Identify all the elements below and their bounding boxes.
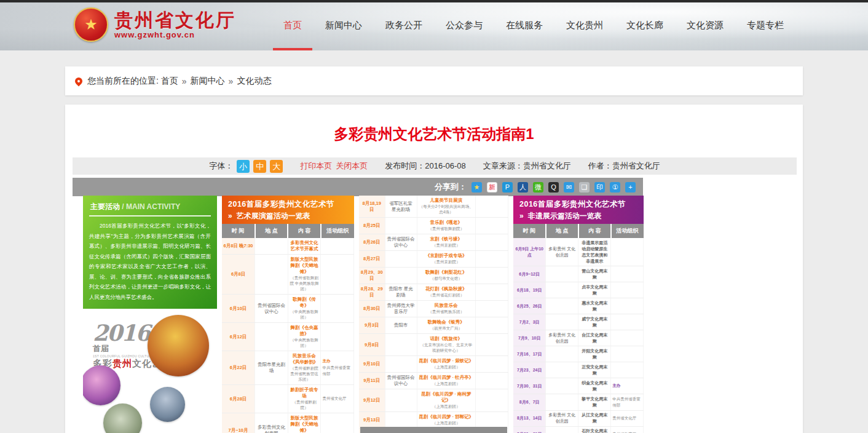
table-row: 6月8日新版大型民族舞剧《天蝉地傩》（贵州省歌舞剧院 中央民族歌舞团） [222,255,354,295]
breadcrumb-current: 文化动态 [237,76,271,87]
table-row: 9月3日贵阳市歌舞晚会《银秀》（凯里市文广局） [359,317,508,334]
performance-schedule-table: 时 间 地 点 内 容 活动组织 6月8日 晚7:30多彩贵州文化艺术节开幕式6… [222,224,354,433]
poster-performance-schedule-1: 2016首届多彩贵州文化艺术节 »艺术展演篇活动一览表 时 间 地 点 内 容 … [222,196,354,433]
national-emblem-icon: ★ [74,7,108,42]
table-row: 8月29、30日歌舞剧《刺梨花红》（都匀市文化馆） [359,268,508,284]
nav-item-culture-guizhou[interactable]: 文化贵州 [554,2,615,50]
table-row: 7月9、10日多彩贵州 文化创意园台江文化周末聚 [513,330,644,346]
site-title: 贵州省文化厅 [114,10,236,30]
site-header: ★ 贵州省文化厅 www.gzwht.gov.cn 首页 新闻中心 政务公开 公… [0,2,868,50]
photo-dance-pink [83,365,120,405]
qzone-icon[interactable]: ★ [471,182,482,193]
article-images: 主要活动 / MAIN ACTIVITY 2016首届多彩贵州文化艺术节，以“多… [83,196,644,433]
table-row: 8月30日贵州师范大学音乐厅民族音乐会（贵州省民族乐团） [359,301,508,317]
table-row: 7月~10月多彩贵州文化创意园新版大型民族舞剧《天蝉地傩》（贵州省歌舞剧院） [222,413,354,433]
poster-heritage-schedule: 2016首届多彩贵州文化艺术节 »非遗展示篇活动一览表 时 间 地 点 内 容 … [513,196,644,433]
table-row: 6月8日 晚7:30多彩贵州文化艺术节开幕式 [222,238,354,255]
article: 多彩贵州文化艺术节活动指南1 字体： 小 中 大 打印本页 关闭本页 发布时间：… [65,105,803,433]
table-row: 6月10日贵州省国际会议中心歌舞剧《传奇》（中央民族歌舞团） [222,295,354,323]
font-small-button[interactable]: 小 [237,160,250,173]
baidu-share-icon[interactable]: ① [610,182,620,193]
table-row: 6月18、19日贞丰文化周末聚 [513,282,644,298]
table-row: 8月18,19日省军区礼堂 星光剧场儿童类节目展演（每天分2个时段共演出两场、总… [359,196,508,218]
main-nav: 首页 新闻中心 政务公开 公众参与 在线服务 文化贵州 文化长廊 文化资源 专题… [272,2,795,50]
table-row: 6月12日舞剧《仓央嘉措》（中央民族歌舞团） [222,323,354,351]
poster4-title: 2016首届多彩贵州文化艺术节 [519,199,637,210]
font-size-label: 字体： [209,161,233,172]
nav-item-online-service[interactable]: 在线服务 [494,2,554,50]
wechat-icon[interactable]: 微 [533,182,543,193]
poster2-subtitle: 艺术展演篇活动一览表 [237,212,310,220]
poster-main-activity: 主要活动 / MAIN ACTIVITY 2016首届多彩贵州文化艺术节，以“多… [83,196,217,433]
table-row: 9月13日昆剧《临川四梦 · 邯郸记》（上海昆剧团） [359,412,508,429]
table-row: 7月2、3日威宁文化周末聚 [513,314,644,330]
poster4-subtitle: 非遗展示篇活动一览表 [528,212,602,220]
table-row: 8月25日音乐剧《嘎老》（贵州省歌舞剧院） [359,218,508,234]
photo-dance-gold [148,315,209,376]
poster1-header-en: MAIN ACTIVITY [126,202,180,211]
print-icon[interactable]: 印 [594,182,605,193]
breadcrumb-separator: » [229,76,234,86]
table-row: 8月28、29日贵阳市 星光剧场花灯剧《枫染秋渡》（贵州省花灯剧团） [359,284,508,301]
font-large-button[interactable]: 大 [270,160,283,173]
email-icon[interactable]: ✉ [564,182,574,193]
table-row: 9月12日昆剧《临川四梦 · 南柯梦记》（上海昆剧团） [359,389,508,412]
renren-icon[interactable]: 人 [518,182,528,193]
photo-stone-carving [103,403,142,433]
poster-performance-schedule-2: 8月18,19日省军区礼堂 星光剧场儿童类节目展演（每天分2个时段共演出两场、总… [359,196,508,433]
nav-item-news[interactable]: 新闻中心 [314,2,374,50]
site-brand[interactable]: ★ 贵州省文化厅 www.gzwht.gov.cn [74,7,236,42]
performance-schedule-table-continued: 8月18,19日省军区礼堂 星光剧场儿童类节目展演（每天分2个时段共演出两场、总… [359,196,508,433]
copy-icon[interactable]: ❏ [579,182,590,193]
article-meta-bar: 字体： 小 中 大 打印本页 关闭本页 发布时间：2016-06-08 文章来源… [73,157,797,175]
nav-item-culture-resources[interactable]: 文化资源 [675,2,735,50]
article-source: 文章来源：贵州省文化厅 [483,161,571,172]
breadcrumb: 您当前所在的位置: 首页 » 新闻中心 » 文化动态 [65,66,803,95]
table-row: 8月6、7日黎平文化周末聚中共贵州省委宣传部 [513,394,644,411]
table-row: 7月30、31日织金文化周末聚主办 [513,378,644,394]
share-bar: 分享到： ★新P人微Q✉❏印①+ [73,178,643,196]
qq-icon[interactable]: Q [548,182,559,193]
location-pin-icon [74,76,84,86]
nav-item-participation[interactable]: 公众参与 [434,2,494,50]
photo-children [150,387,185,422]
nav-item-culture-gallery[interactable]: 文化长廊 [615,2,675,50]
table-row: 6月9~12日雷山文化周末聚 [513,266,644,282]
poster2-title: 2016首届多彩贵州文化艺术节 [228,199,348,210]
breadcrumb-news[interactable]: 新闻中心 [191,76,225,87]
heritage-schedule-table: 时 间 地 点 内 容 活动组织 6月9日 上午10点多彩贵州 文化创意园非遗展… [513,224,644,433]
article-author: 作者：贵州省文化厅 [588,161,660,172]
table-row: 6月25、26日惠水文化周末聚 [513,298,644,314]
table-row: 8月26日贵州省国际会议中心京剧《铁弓缘》（贵州京剧院） [359,234,508,251]
nav-item-special-columns[interactable]: 专题专栏 [735,2,795,50]
publish-time: 发布时间：2016-06-08 [385,161,466,172]
breadcrumb-label: 您当前所在的位置: [87,76,159,87]
table-row: 8月27日《京剧折子戏专场》（贵州京剧院） [359,251,508,268]
page: ★ 贵州省文化厅 www.gzwht.gov.cn 首页 新闻中心 政务公开 公… [0,0,868,433]
table-row: 7月16、17日开阳文化周末聚 [513,346,644,362]
table-row: 6月28日黔剧折子戏专场（贵州省黔剧院）贵州省文化厅 [222,385,354,413]
table-row: 7月23、24日正安文化周末聚 [513,362,644,378]
table-row: 8月13、14日多彩贵州 文化创意园从江文化周末聚贵州省文化厅 [513,410,644,426]
breadcrumb-home[interactable]: 首页 [161,76,178,87]
print-page-link[interactable]: 打印本页 [300,161,332,172]
share-label: 分享到： [435,181,467,193]
table-row: 9月10日昆剧《临川四梦 · 紫钗记》（上海昆剧团） [359,356,508,373]
breadcrumb-separator: » [182,76,187,86]
tencent-pengyou-icon[interactable]: P [502,182,513,193]
next-section-bar [360,427,507,433]
site-url: www.gzwht.gov.cn [114,30,236,39]
sina-weibo-icon[interactable]: 新 [487,182,497,193]
nav-item-gov-affairs[interactable]: 政务公开 [374,2,434,50]
close-page-link[interactable]: 关闭本页 [336,161,368,172]
nav-item-home[interactable]: 首页 [272,2,314,50]
table-row: 9月11日贵州省国际会议中心昆剧《临川四梦 · 牡丹亭》（上海昆剧团） [359,373,508,389]
more-share-icon[interactable]: + [625,182,636,193]
share-icons: ★新P人微Q✉❏印①+ [471,182,636,193]
table-row: 8月20、21日石阡文化周末聚贵州省教育厅 [513,426,644,433]
table-row: 6月9日 上午10点多彩贵州 文化创意园非遗展示篇活动启动暨原生态文艺表演和非遗… [513,238,644,266]
article-title: 多彩贵州文化艺术节活动指南1 [65,124,803,144]
font-medium-button[interactable]: 中 [253,160,266,173]
poster1-intro-text: 2016首届多彩贵州文化艺术节，以“多彩文化，共建共享”为主题，分为多彩贵州艺术… [89,221,211,303]
table-row: 6月22日贵阳市星光剧场民族音乐会《风华黔韵》（贵州省黔剧院 贵州省民族管弦乐团… [222,351,354,385]
